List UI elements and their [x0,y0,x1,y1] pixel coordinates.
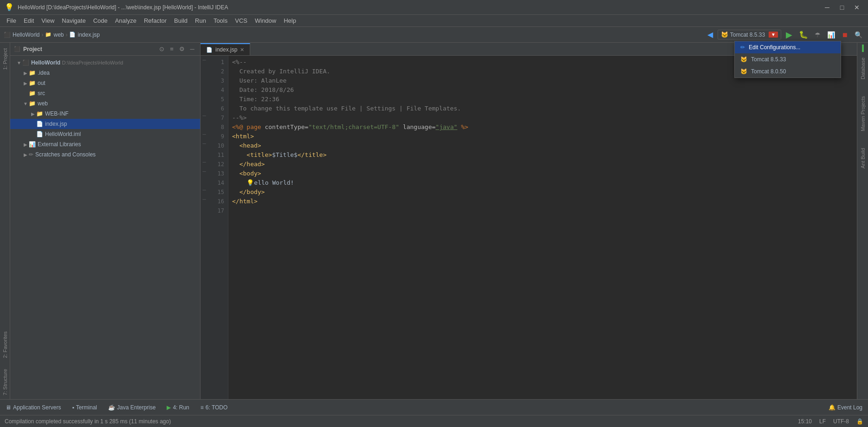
event-log-tool[interactable]: 🔔 Event Log [827,403,864,412]
todo-tool[interactable]: ≡ 6: TODO [199,403,230,412]
favorites-tab[interactable]: 2: Favorites [1,328,9,362]
tree-label-webinf: WEB-INF [45,110,69,117]
tree-item-extlibs[interactable]: ▶ 📊 External Libraries [10,139,200,149]
code-line-13: <body> [232,169,853,178]
search-button[interactable]: 🔍 [853,30,864,39]
code-line-8: <%@ page contentType="text/html;charset=… [232,123,853,132]
terminal-label: Terminal [76,404,97,411]
stop-button[interactable]: ⏹ [840,30,850,39]
code-line-7: --%> [232,113,853,123]
tree-arrow-root[interactable]: ▼ [16,60,22,65]
dropdown-tomcat-8533[interactable]: 🐱 Tomcat 8.5.33 [735,53,841,65]
breadcrumb-web[interactable]: web [53,32,64,38]
fold-7[interactable]: ─ [201,111,208,121]
panel-action-collapse[interactable]: ≡ [168,45,176,53]
menu-analyze[interactable]: Analyze [111,16,140,25]
ant-tab[interactable]: Ant Build [859,145,867,171]
code-content[interactable]: <%-- Created by IntelliJ IDEA. User: Ala… [228,56,857,399]
fold-1[interactable]: ─ [201,56,208,65]
fold-12[interactable]: ─ [201,158,208,167]
tree-item-web[interactable]: ▼ 📁 web [10,98,200,109]
fold-9[interactable]: ─ [201,130,208,139]
menu-help[interactable]: Help [280,16,300,25]
menu-window[interactable]: Window [251,16,280,25]
fold-16[interactable]: ─ [201,195,208,204]
fold-10[interactable]: ─ [201,139,208,149]
tree-arrow-out[interactable]: ▶ [22,81,29,86]
title-bar: 💡 HelloWorld [D:\IdeaProjects\HelloWorld… [0,0,868,15]
tree-arrow-idea[interactable]: ▶ [22,71,29,76]
debug-button[interactable]: 🐛 [797,29,810,40]
tree-label-indexjsp: index.jsp [45,121,67,127]
tab-close-button[interactable]: ✕ [240,47,244,53]
menu-build[interactable]: Build [170,16,191,25]
tree-item-root[interactable]: ▼ ⬛ HelloWorld D:\IdeaProjects\HelloWorl… [10,58,200,68]
code-line-17 [232,206,853,215]
breadcrumb-indexjsp[interactable]: index.jsp [78,32,99,38]
dropdown-tomcat8533-label: Tomcat 8.5.33 [751,56,786,63]
database-tab[interactable]: Database [859,55,867,82]
coverage-button[interactable]: ☂ [813,30,823,39]
tree-arrow-webinf[interactable]: ▶ [30,111,36,116]
status-right: 15:10 LF UTF-8 🔒 [798,418,863,425]
tree-item-out[interactable]: ▶ 📁 out [10,78,200,88]
dropdown-tomcat-8050[interactable]: 🐱 Tomcat 8.0.50 [735,65,841,78]
tree-item-indexjsp[interactable]: 📄 index.jsp [10,119,200,129]
app-servers-tool[interactable]: 🖥 Application Servers [4,403,63,412]
menu-navigate[interactable]: Navigate [58,16,89,25]
java-enterprise-tool[interactable]: ☕ Java Enterprise [106,403,157,412]
run-config-selector[interactable]: 🐱 Tomcat 8.5.33 ▼ [718,30,781,39]
nav-back-button[interactable]: ◀ [706,29,715,40]
run-tool[interactable]: ▶ 4: Run [165,403,191,412]
run-config-dropdown[interactable]: ✏ Edit Configurations... 🐱 Tomcat 8.5.33… [734,41,841,78]
tree-item-webinf[interactable]: ▶ 📁 WEB-INF [10,109,200,119]
tree-item-src[interactable]: 📁 src [10,88,200,98]
bottom-tool-bar: 🖥 Application Servers ▪ Terminal ☕ Java … [0,399,868,415]
tree-arrow-scratches[interactable]: ▶ [22,152,29,157]
maximize-button[interactable]: □ [836,2,849,13]
run-toolbar: ◀ 🐱 Tomcat 8.5.33 ▼ ▶ 🐛 ☂ 📊 ⏹ 🔍 [706,29,864,41]
menu-vcs[interactable]: VCS [231,16,251,25]
breadcrumb-run-bar: ⬛ HelloWorld › 📁 web › 📄 index.jsp ◀ 🐱 T… [0,27,868,43]
menu-view[interactable]: View [38,16,58,25]
jsp-file-icon: 📄 [36,121,43,127]
menu-edit[interactable]: Edit [20,16,38,25]
tree-item-scratches[interactable]: ▶ ✏ Scratches and Consoles [10,149,200,160]
minimize-button[interactable]: ─ [821,2,834,13]
panel-action-settings[interactable]: ⚙ [178,45,186,53]
terminal-tool[interactable]: ▪ Terminal [70,403,99,412]
menu-bar: File Edit View Navigate Code Analyze Ref… [0,15,868,27]
menu-tools[interactable]: Tools [210,16,231,25]
menu-run[interactable]: Run [191,16,210,25]
run-button[interactable]: ▶ [784,29,794,41]
panel-action-minimize[interactable]: ─ [188,45,196,53]
dropdown-arrow[interactable]: ▼ [769,32,778,38]
tomcat-icon: 🐱 [721,31,728,38]
profile-button[interactable]: 📊 [825,30,837,39]
structure-tab[interactable]: 7: Structure [1,365,9,399]
fold-15[interactable]: ─ [201,186,208,195]
dropdown-edit-configs[interactable]: ✏ Edit Configurations... [735,41,841,53]
tree-item-helloworldiml[interactable]: 📄 HelloWorld.iml [10,129,200,139]
jsp-icon: 📄 [69,32,76,38]
maven-tab[interactable]: Maven Projects [859,93,867,134]
editor-tab-indexjsp[interactable]: 📄 index.jsp ✕ [201,43,250,55]
close-button[interactable]: ✕ [850,2,863,13]
fold-13[interactable]: ─ [201,167,208,176]
project-panel-tab[interactable]: 1: Project [1,45,9,73]
panel-action-sync[interactable]: ⊙ [157,45,166,53]
code-line-5: Time: 22:36 [232,95,853,104]
edit-config-icon: ✏ [740,44,745,51]
editor-content[interactable]: ─ ─ ─ ─ ─ ─ ─ ─ 1 [201,56,857,399]
menu-code[interactable]: Code [90,16,111,25]
code-line-4: Date: 2018/8/26 [232,85,853,95]
todo-icon: ≡ [201,404,204,411]
window-controls: ─ □ ✕ [821,2,863,13]
tree-arrow-web[interactable]: ▼ [22,101,29,106]
tree-item-idea[interactable]: ▶ 📁 .idea [10,68,200,78]
breadcrumb-helloworld[interactable]: HelloWorld [13,32,39,38]
menu-file[interactable]: File [3,16,20,25]
tree-arrow-extlibs[interactable]: ▶ [22,142,29,147]
menu-refactor[interactable]: Refactor [140,16,170,25]
project-panel-header: ⬛ Project ⊙ ≡ ⚙ ─ [10,43,200,56]
